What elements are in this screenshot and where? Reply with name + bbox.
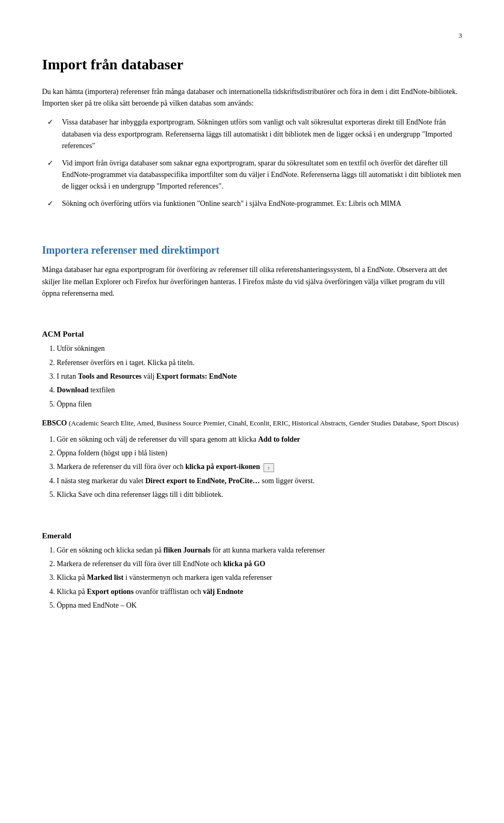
ebsco-step-2-text: Öppna foldern (högst upp i blå listen): [57, 449, 167, 457]
export-icon: ↑: [264, 463, 274, 472]
emerald-step-4-text: Klicka på Export options ovanför träffli…: [57, 588, 243, 596]
ebsco-step-4: I nästa steg markerar du valet Direct ex…: [57, 475, 462, 487]
ebsco-step-3-text: Markera de referenser du vill föra över …: [57, 463, 274, 471]
ebsco-subtitle: (Academic Search Elite, Amed, Business S…: [69, 419, 459, 427]
acm-step-2: Referenser överförs en i taget. Klicka p…: [57, 357, 462, 369]
emerald-step-2: Markera de referenser du vill föra över …: [57, 558, 462, 570]
emerald-step-1-text: Gör en sökning och klicka sedan på flike…: [57, 546, 325, 554]
ebsco-step-2: Öppna foldern (högst upp i blå listen): [57, 447, 462, 459]
acm-step-4-text: Download textfilen: [57, 386, 115, 394]
acm-step-3-text: I rutan Tools and Resources välj Export …: [57, 372, 237, 380]
ebsco-step-4-text: I nästa steg markerar du valet Direct ex…: [57, 477, 314, 485]
acm-step-5-text: Öppna filen: [57, 400, 91, 408]
acm-step-4-bold: Download: [57, 386, 89, 394]
emerald-step-4-bold2: välj Endnote: [203, 588, 244, 596]
ebsco-step-1: Gör en sökning och välj de referenser du…: [57, 434, 462, 445]
emerald-step-3-text: Klicka på Marked list i vänstermenyn och…: [57, 574, 272, 581]
emerald-step-3: Klicka på Marked list i vänstermenyn och…: [57, 572, 462, 584]
acm-title: ACM Portal: [42, 330, 462, 339]
bullet-item-3-text: Sökning och överföring utförs via funkti…: [62, 200, 401, 207]
intro-paragraph: Du kan hämta (importera) referenser från…: [42, 86, 462, 110]
acm-step-3: I rutan Tools and Resources välj Export …: [57, 371, 462, 382]
ebsco-step-3: Markera de referenser du vill föra över …: [57, 461, 462, 473]
section2-title: Importera referenser med direktimport: [42, 243, 462, 257]
bullet-item-1-text: Vissa databaser har inbyggda exportprogr…: [62, 118, 452, 150]
acm-steps-list: Utför sökningen Referenser överförs en i…: [57, 343, 462, 410]
ebsco-step-3-bold: klicka på export-ikonen: [185, 463, 260, 471]
emerald-step-4: Klicka på Export options ovanför träffli…: [57, 586, 462, 598]
emerald-steps-list: Gör en sökning och klicka sedan på flike…: [57, 545, 462, 612]
bullet-list: Vissa databaser har inbyggda exportprogr…: [47, 117, 462, 210]
ebsco-step-4-bold: Direct export to EndNote, ProCite…: [145, 477, 260, 485]
main-title: Import från databaser: [42, 56, 462, 74]
ebsco-step-5-text: Klicka Save och dina referenser läggs ti…: [57, 491, 223, 498]
emerald-step-1-bold: fliken Journals: [163, 546, 211, 554]
acm-step-2-text: Referenser överförs en i taget. Klicka p…: [57, 359, 194, 367]
acm-step-1: Utför sökningen: [57, 343, 462, 355]
bullet-item-2: Vid import från övriga databaser som sak…: [47, 158, 462, 193]
bullet-item-1: Vissa databaser har inbyggda exportprogr…: [47, 117, 462, 152]
ebsco-heading-line: EBSCO (Academic Search Elite, Amed, Busi…: [42, 418, 462, 429]
bullet-item-3: Sökning och överföring utförs via funkti…: [47, 198, 462, 210]
emerald-step-2-bold: klicka på GO: [223, 560, 265, 568]
acm-step-1-text: Utför sökningen: [57, 345, 104, 352]
emerald-step-1: Gör en sökning och klicka sedan på flike…: [57, 545, 462, 556]
acm-step-3-bold2: Export formats: EndNote: [156, 372, 237, 380]
section2-body: Många databaser har egna exportprogram f…: [42, 264, 462, 299]
ebsco-step-1-text: Gör en sökning och välj de referenser du…: [57, 435, 300, 443]
emerald-title: Emerald: [42, 532, 462, 540]
ebsco-steps-list: Gör en sökning och välj de referenser du…: [57, 434, 462, 501]
emerald-step-5: Öppna med EndNote – OK: [57, 600, 462, 611]
bullet-item-2-text: Vid import från övriga databaser som sak…: [62, 159, 461, 191]
acm-step-5: Öppna filen: [57, 399, 462, 410]
emerald-step-3-bold: Marked list: [87, 574, 124, 581]
page-number: 3: [42, 32, 462, 40]
ebsco-step-5: Klicka Save och dina referenser läggs ti…: [57, 489, 462, 501]
ebsco-step-1-bold: Add to folder: [258, 435, 300, 443]
emerald-step-2-text: Markera de referenser du vill föra över …: [57, 560, 265, 568]
acm-step-3-bold1: Tools and Resources: [78, 372, 141, 380]
acm-step-4: Download textfilen: [57, 384, 462, 396]
emerald-step-4-bold: Export options: [87, 588, 134, 596]
emerald-step-5-text: Öppna med EndNote – OK: [57, 601, 136, 609]
ebsco-title: EBSCO: [42, 419, 67, 427]
